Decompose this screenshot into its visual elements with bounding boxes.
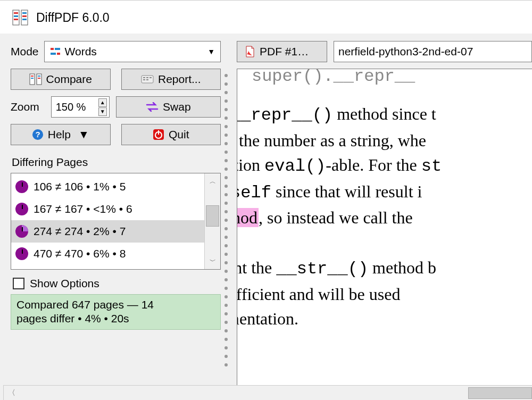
svg-rect-16 [38, 76, 40, 77]
list-item-text: 470 ≠ 470 • 6% • 8 [34, 247, 126, 260]
show-options-label: Show Options [30, 277, 99, 290]
pdf1-filename: nerfield-python3-2nd-ed-07 [338, 45, 473, 58]
hscroll-thumb[interactable] [468, 387, 532, 399]
zoom-value: 150 % [56, 101, 96, 113]
help-label: Help [48, 128, 71, 141]
list-item-text: 274 ≠ 274 • 2% • 7 [34, 225, 126, 238]
list-item-text: 167 ≠ 167 • <1% • 6 [34, 203, 132, 215]
zoom-up-button[interactable]: ▲ [98, 98, 107, 107]
swap-icon [146, 102, 159, 112]
svg-rect-4 [14, 19, 18, 20]
preview-hscrollbar[interactable]: 〈 [234, 385, 532, 400]
quit-button[interactable]: Quit [121, 124, 221, 145]
svg-rect-5 [22, 12, 27, 14]
zoom-label: Zoom [11, 101, 39, 113]
list-item[interactable]: 106 ≠ 106 • 1% • 5 [11, 176, 204, 198]
pdf-icon [245, 46, 255, 57]
chevron-down-icon: ▼ [78, 128, 89, 141]
differing-pages-label: Differing Pages [12, 156, 221, 169]
power-icon [153, 129, 164, 140]
svg-text:?: ? [35, 130, 40, 139]
pdf1-button[interactable]: PDF #1… [237, 41, 327, 62]
help-button[interactable]: ? Help ▼ [11, 124, 111, 145]
hscroll-track[interactable] [234, 386, 532, 400]
svg-rect-15 [31, 78, 34, 79]
svg-rect-22 [143, 79, 145, 80]
list-item[interactable]: 274 ≠ 274 • 2% • 7 [11, 220, 204, 243]
content-area: Mode Words ▼ [0, 34, 532, 400]
page-diff-icon [15, 247, 28, 260]
svg-rect-2 [14, 12, 18, 14]
svg-rect-8 [51, 48, 54, 50]
svg-rect-9 [55, 48, 60, 50]
zoom-spinner[interactable]: 150 % ▲ ▼ [51, 96, 110, 118]
status-bar: Compared 647 pages — 14 pages differ • 4… [11, 294, 221, 330]
svg-rect-3 [14, 15, 18, 17]
preview-text: super().__repr__ the __repr__() method s… [237, 69, 442, 331]
list-vscrollbar[interactable]: ︿ ﹀ [204, 173, 220, 269]
page-diff-icon [15, 203, 28, 215]
titlebar: DiffPDF 6.0.0 [0, 1, 532, 34]
help-icon: ? [32, 129, 44, 140]
list-item-text: 106 ≠ 106 • 1% • 5 [34, 180, 126, 193]
svg-rect-28 [158, 130, 159, 135]
quit-label: Quit [169, 128, 189, 141]
pdf1-filename-input[interactable]: nerfield-python3-2nd-ed-07 [334, 41, 532, 62]
swap-label: Swap [163, 101, 191, 113]
zoom-down-button[interactable]: ▼ [98, 107, 107, 116]
svg-rect-6 [22, 15, 27, 17]
svg-rect-17 [38, 78, 40, 79]
svg-rect-7 [22, 19, 27, 20]
compare-label: Compare [46, 73, 92, 86]
compare-button[interactable]: Compare [11, 69, 111, 90]
mode-combo[interactable]: Words ▼ [44, 41, 221, 62]
report-button[interactable]: Report... [121, 69, 221, 90]
svg-rect-19 [143, 77, 145, 78]
swap-button[interactable]: Swap [116, 96, 221, 118]
pdf-preview[interactable]: super().__repr__ the __repr__() method s… [237, 69, 532, 400]
window-title: DiffPDF 6.0.0 [36, 11, 110, 25]
app-icon [12, 9, 29, 26]
right-panel: PDF #1… nerfield-python3-2nd-ed-07 super… [234, 41, 532, 400]
differing-pages-list: 106 ≠ 106 • 1% • 5167 ≠ 167 • <1% • 6274… [11, 173, 221, 270]
svg-rect-21 [149, 77, 152, 78]
svg-rect-23 [146, 79, 148, 80]
report-icon [141, 74, 154, 85]
status-line1: Compared 647 pages — 14 [16, 298, 215, 312]
mode-label: Mode [11, 45, 39, 58]
report-label: Report... [158, 73, 201, 86]
left-panel: Mode Words ▼ [11, 41, 221, 400]
list-item[interactable]: 470 ≠ 470 • 6% • 8 [11, 243, 204, 265]
svg-rect-10 [51, 53, 56, 55]
scroll-thumb[interactable] [206, 205, 219, 227]
scroll-down-button[interactable]: ﹀ [205, 253, 220, 269]
pdf1-label: PDF #1… [260, 45, 309, 58]
app-window: DiffPDF 6.0.0 Mode Words ▼ [0, 0, 532, 400]
splitter-grip[interactable] [221, 41, 231, 400]
chevron-down-icon: ▼ [207, 47, 215, 56]
svg-rect-11 [57, 53, 60, 55]
scroll-track[interactable] [205, 189, 220, 253]
scroll-up-button[interactable]: ︿ [205, 173, 220, 189]
mode-value: Words [65, 45, 208, 58]
words-mode-icon [50, 46, 61, 57]
svg-rect-20 [146, 77, 148, 78]
svg-rect-14 [31, 76, 34, 77]
status-line2: pages differ • 4% • 20s [16, 312, 215, 326]
compare-icon [29, 73, 42, 85]
page-diff-icon [15, 225, 28, 238]
list-item[interactable]: 167 ≠ 167 • <1% • 6 [11, 198, 204, 220]
page-diff-icon [15, 180, 28, 193]
show-options-checkbox[interactable] [13, 278, 24, 289]
